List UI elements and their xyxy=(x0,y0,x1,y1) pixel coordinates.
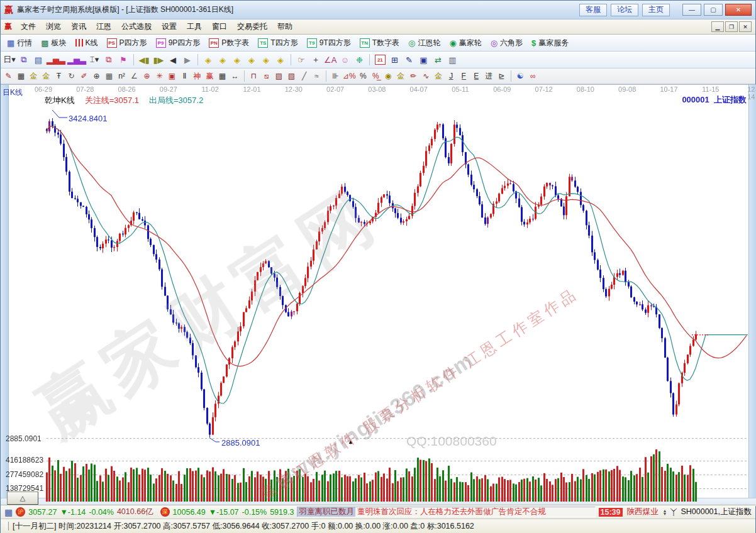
news-ticker[interactable]: 羽童离职已数月 董明珠首次回应：人在格力还去外面做广告肯定不合规 xyxy=(297,507,595,517)
colored-flag-button[interactable]: ⚑ xyxy=(117,53,130,67)
square-of-nine-button[interactable]: n² xyxy=(116,70,127,82)
angle-percent-button[interactable]: ⊿% xyxy=(343,70,356,82)
toolbar-button-winner-wheel[interactable]: ◉赢家轮 xyxy=(445,36,485,50)
pencil-tool-button[interactable]: ✎ xyxy=(3,70,14,82)
crosshair-button[interactable]: ＋ xyxy=(309,53,322,67)
notepad-button[interactable]: ✎ xyxy=(403,53,415,67)
bars-9-button[interactable]: ▂▅▃ xyxy=(67,53,86,67)
bars-3-button[interactable]: ▂▅▃ xyxy=(47,53,65,67)
printer-button[interactable]: ▥ xyxy=(446,53,459,67)
m-tool-button[interactable]: ⊵ xyxy=(496,70,507,82)
toolbar-button-gann-wheel[interactable]: ◎江恩轮 xyxy=(404,36,444,50)
kline-chart-canvas[interactable] xyxy=(1,85,756,505)
gold-circle-button[interactable]: ◉ xyxy=(383,70,394,82)
save-button[interactable]: ▣ xyxy=(417,53,430,67)
toolbar-button-p-square[interactable]: PSP四方形 xyxy=(103,36,151,50)
gann-box-gold-button[interactable]: 金 xyxy=(28,70,39,82)
toolbar-button-t-square[interactable]: TST四方形 xyxy=(254,36,301,50)
ray-fan-button[interactable]: ⧅ xyxy=(261,70,272,82)
next-bar-button[interactable]: ▶ xyxy=(181,53,194,67)
number-grid-button[interactable]: ▦ xyxy=(217,70,228,82)
first-page-button[interactable]: ◀▮ xyxy=(138,53,150,67)
brush-tool-button[interactable]: ✐ xyxy=(79,70,89,82)
j-line-button[interactable]: J̲ xyxy=(446,70,457,82)
expand-pane-button[interactable]: △ xyxy=(7,492,38,505)
mdi-minimize-button[interactable]: ▁ xyxy=(711,21,724,32)
prev-bar-button[interactable]: ◀ xyxy=(167,53,179,67)
drag-hand-button[interactable]: ☞ xyxy=(295,53,308,67)
data-transfer-button[interactable]: ⇄ xyxy=(431,53,444,67)
ticker-spinner[interactable]: ▲▼ xyxy=(663,509,667,515)
volume-profile-button[interactable]: ⊪ xyxy=(330,70,341,82)
toolbar-button-hexagon[interactable]: ◎六角形 xyxy=(487,36,526,50)
toolbar-button-kline[interactable]: K线 xyxy=(72,36,102,50)
mdi-restore-button[interactable]: ❐ xyxy=(725,21,738,32)
yinyang-button[interactable]: ☯ xyxy=(515,70,526,82)
calendar-button[interactable]: 21 xyxy=(374,53,386,67)
diamond-all-button[interactable]: ◈ xyxy=(274,53,287,67)
minimize-button[interactable]: — xyxy=(682,4,701,16)
pattern-tool-button[interactable]: ❉ xyxy=(353,53,365,67)
angle-measure-button[interactable]: ∠A xyxy=(324,53,336,67)
e-line-button[interactable]: E̲ xyxy=(471,70,482,82)
shaded-box-button[interactable]: ▨ xyxy=(274,70,284,82)
toolbar-button-9t-square[interactable]: T99T四方形 xyxy=(303,36,355,50)
gann-face-button[interactable]: ☺ xyxy=(338,53,351,67)
titlebar-button-2[interactable]: 主页 xyxy=(642,4,670,16)
candle-style-toggle-button[interactable]: ⌶▾ xyxy=(88,53,101,67)
region-select-button[interactable]: ⧉ xyxy=(103,53,115,67)
percent-tool-button[interactable]: % xyxy=(358,70,369,82)
menu-item-1[interactable]: 浏览 xyxy=(41,20,66,33)
boxed-grid-button[interactable]: ▣ xyxy=(167,70,177,82)
menu-item-2[interactable]: 资讯 xyxy=(66,20,91,33)
toolbar-button-p-number-table[interactable]: PNP数字表 xyxy=(205,36,253,50)
star-burst-button[interactable]: ✳ xyxy=(154,70,165,82)
last-page-button[interactable]: ▮▶ xyxy=(152,53,165,67)
menu-item-4[interactable]: 公式选股 xyxy=(116,20,157,33)
layout-toggle-button[interactable]: 日▾ xyxy=(3,53,16,67)
menu-item-7[interactable]: 窗口 xyxy=(207,20,232,33)
gann-fan-circle-button[interactable]: ⊕ xyxy=(91,70,102,82)
toolbar-button-t-number-table[interactable]: TNT数字表 xyxy=(356,36,403,50)
info-page-button[interactable]: ▤ xyxy=(32,53,45,67)
hot-stock-link[interactable]: 陕西煤业 xyxy=(626,507,660,517)
gann-grid-button[interactable]: ⊓ xyxy=(248,70,259,82)
menu-item-5[interactable]: 设置 xyxy=(157,20,182,33)
width-measure-button[interactable]: ↔ xyxy=(230,70,240,82)
shen-tool-button[interactable]: 神 xyxy=(192,70,203,82)
toolbar-button-9p-square[interactable]: P99P四方形 xyxy=(152,36,204,50)
region-chart-button[interactable]: ⧉ xyxy=(18,53,30,67)
wave-line-button[interactable]: ≈ xyxy=(311,70,322,82)
titlebar-button-0[interactable]: 客服 xyxy=(579,4,607,16)
pair-lines-button[interactable]: Ⅱ xyxy=(179,70,190,82)
menu-item-6[interactable]: 工具 xyxy=(182,20,207,33)
f-line-button[interactable]: F̲ xyxy=(459,70,469,82)
diamond-v-expand-button[interactable]: ◈ xyxy=(260,53,272,67)
jin-line-button[interactable]: 进 xyxy=(484,70,494,82)
wave-tool-button[interactable]: ∿ xyxy=(421,70,431,82)
mdi-close-button[interactable]: ✕ xyxy=(739,21,752,32)
diagonal-line-button[interactable]: ╱ xyxy=(299,70,309,82)
diamond-h-expand-button[interactable]: ◈ xyxy=(231,53,243,67)
diamond-right-button[interactable]: ◈ xyxy=(216,53,229,67)
shenzhen-market-icon[interactable]: 深 xyxy=(160,507,170,517)
menu-item-0[interactable]: 文件 xyxy=(16,20,41,33)
target-circle-button[interactable]: ⊕ xyxy=(142,70,152,82)
close-button[interactable]: ✕ xyxy=(725,4,752,16)
percent-line-button[interactable]: %̲ xyxy=(370,70,381,82)
calculator-button[interactable]: ⊞ xyxy=(388,53,401,67)
menu-item-3[interactable]: 江恩 xyxy=(91,20,116,33)
gann-box-gold-2-button[interactable]: 金 xyxy=(41,70,52,82)
spiral-tool-button[interactable]: ↻ xyxy=(66,70,77,82)
fibonacci-grid-button[interactable]: Ŧ xyxy=(53,70,64,82)
grid-tool-button[interactable]: ▦ xyxy=(16,70,26,82)
menu-item-8[interactable]: 交易委托 xyxy=(232,20,272,33)
toolbar-button-quotes[interactable]: ▦行情 xyxy=(3,36,36,50)
gold-line-2-button[interactable]: 金 xyxy=(433,70,444,82)
titlebar-button-1[interactable]: 论坛 xyxy=(611,4,638,16)
infinity-button[interactable]: ∞ xyxy=(528,70,538,82)
diamond-h-shrink-button[interactable]: ◈ xyxy=(245,53,258,67)
toolbar-button-winner-service[interactable]: $赢家服务 xyxy=(528,36,572,50)
angle-tool-button[interactable]: ∠ xyxy=(129,70,140,82)
shanghai-market-icon[interactable]: 沪 xyxy=(16,507,25,517)
